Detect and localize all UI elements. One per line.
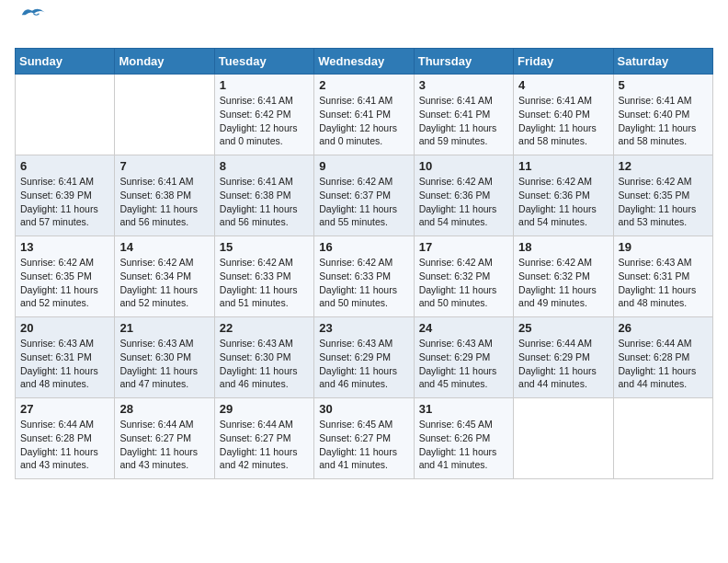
day-number: 15 (220, 240, 309, 254)
day-number: 8 (220, 159, 309, 173)
logo-bird-icon (18, 4, 46, 22)
day-number: 7 (119, 159, 209, 173)
calendar-week-row: 6Sunrise: 6:41 AMSunset: 6:39 PMDaylight… (16, 155, 713, 236)
cell-content: Sunrise: 6:42 AMSunset: 6:36 PMDaylight:… (518, 175, 608, 229)
day-number: 25 (518, 321, 608, 335)
cell-content: Sunrise: 6:44 AMSunset: 6:29 PMDaylight:… (518, 337, 608, 391)
page-header (15, 15, 713, 37)
cell-content: Sunrise: 6:42 AMSunset: 6:33 PMDaylight:… (220, 256, 309, 310)
calendar-cell: 29Sunrise: 6:44 AMSunset: 6:27 PMDayligh… (214, 398, 313, 479)
calendar-cell: 26Sunrise: 6:44 AMSunset: 6:28 PMDayligh… (613, 317, 712, 398)
cell-content: Sunrise: 6:41 AMSunset: 6:42 PMDaylight:… (220, 94, 309, 148)
day-number: 17 (419, 240, 508, 254)
calendar-cell: 3Sunrise: 6:41 AMSunset: 6:41 PMDaylight… (414, 75, 513, 155)
calendar-cell: 24Sunrise: 6:43 AMSunset: 6:29 PMDayligh… (414, 317, 513, 398)
day-number: 30 (319, 402, 408, 416)
calendar-cell: 8Sunrise: 6:41 AMSunset: 6:38 PMDaylight… (214, 155, 313, 236)
cell-content: Sunrise: 6:42 AMSunset: 6:34 PMDaylight:… (119, 256, 209, 310)
day-number: 22 (220, 321, 309, 335)
cell-content: Sunrise: 6:45 AMSunset: 6:27 PMDaylight:… (319, 418, 408, 472)
calendar-cell: 15Sunrise: 6:42 AMSunset: 6:33 PMDayligh… (214, 236, 313, 317)
day-number: 23 (319, 321, 408, 335)
day-header-wednesday: Wednesday (314, 49, 414, 75)
day-number: 19 (619, 240, 708, 254)
calendar-cell: 31Sunrise: 6:45 AMSunset: 6:26 PMDayligh… (414, 398, 513, 479)
calendar-cell: 9Sunrise: 6:42 AMSunset: 6:37 PMDaylight… (314, 155, 414, 236)
day-number: 27 (20, 402, 109, 416)
cell-content: Sunrise: 6:42 AMSunset: 6:35 PMDaylight:… (20, 256, 109, 310)
day-number: 31 (419, 402, 508, 416)
day-number: 13 (20, 240, 109, 254)
day-number: 16 (319, 240, 408, 254)
calendar-cell: 2Sunrise: 6:41 AMSunset: 6:41 PMDaylight… (314, 75, 414, 155)
day-number: 28 (119, 402, 209, 416)
day-number: 18 (518, 240, 608, 254)
calendar-cell: 22Sunrise: 6:43 AMSunset: 6:30 PMDayligh… (214, 317, 313, 398)
calendar-cell: 19Sunrise: 6:43 AMSunset: 6:31 PMDayligh… (613, 236, 712, 317)
calendar-cell (613, 398, 712, 479)
day-header-friday: Friday (514, 49, 613, 75)
calendar-header-row: SundayMondayTuesdayWednesdayThursdayFrid… (16, 49, 713, 75)
calendar-cell: 7Sunrise: 6:41 AMSunset: 6:38 PMDaylight… (115, 155, 214, 236)
day-number: 4 (518, 78, 608, 92)
day-header-tuesday: Tuesday (214, 49, 313, 75)
calendar-week-row: 20Sunrise: 6:43 AMSunset: 6:31 PMDayligh… (16, 317, 713, 398)
cell-content: Sunrise: 6:43 AMSunset: 6:29 PMDaylight:… (319, 337, 408, 391)
cell-content: Sunrise: 6:42 AMSunset: 6:32 PMDaylight:… (419, 256, 508, 310)
cell-content: Sunrise: 6:42 AMSunset: 6:36 PMDaylight:… (419, 175, 508, 229)
cell-content: Sunrise: 6:43 AMSunset: 6:30 PMDaylight:… (119, 337, 209, 391)
cell-content: Sunrise: 6:41 AMSunset: 6:41 PMDaylight:… (419, 94, 508, 148)
calendar-cell: 11Sunrise: 6:42 AMSunset: 6:36 PMDayligh… (514, 155, 613, 236)
day-header-saturday: Saturday (613, 49, 712, 75)
day-number: 1 (220, 78, 309, 92)
day-number: 12 (619, 159, 708, 173)
cell-content: Sunrise: 6:44 AMSunset: 6:28 PMDaylight:… (619, 337, 708, 391)
cell-content: Sunrise: 6:44 AMSunset: 6:27 PMDaylight:… (220, 418, 309, 472)
day-number: 5 (619, 78, 708, 92)
calendar-cell (514, 398, 613, 479)
day-number: 26 (619, 321, 708, 335)
cell-content: Sunrise: 6:41 AMSunset: 6:41 PMDaylight:… (319, 94, 408, 148)
cell-content: Sunrise: 6:42 AMSunset: 6:33 PMDaylight:… (319, 256, 408, 310)
day-number: 2 (319, 78, 408, 92)
calendar-cell: 13Sunrise: 6:42 AMSunset: 6:35 PMDayligh… (16, 236, 115, 317)
day-number: 21 (119, 321, 209, 335)
calendar-cell (115, 75, 214, 155)
calendar-cell: 23Sunrise: 6:43 AMSunset: 6:29 PMDayligh… (314, 317, 414, 398)
day-number: 9 (319, 159, 408, 173)
calendar-cell: 18Sunrise: 6:42 AMSunset: 6:32 PMDayligh… (514, 236, 613, 317)
calendar-cell: 30Sunrise: 6:45 AMSunset: 6:27 PMDayligh… (314, 398, 414, 479)
calendar-cell: 20Sunrise: 6:43 AMSunset: 6:31 PMDayligh… (16, 317, 115, 398)
day-number: 20 (20, 321, 109, 335)
day-header-sunday: Sunday (16, 49, 115, 75)
calendar-cell (16, 75, 115, 155)
cell-content: Sunrise: 6:43 AMSunset: 6:29 PMDaylight:… (419, 337, 508, 391)
cell-content: Sunrise: 6:42 AMSunset: 6:37 PMDaylight:… (319, 175, 408, 229)
cell-content: Sunrise: 6:41 AMSunset: 6:40 PMDaylight:… (518, 94, 608, 148)
calendar-cell: 27Sunrise: 6:44 AMSunset: 6:28 PMDayligh… (16, 398, 115, 479)
calendar-cell: 10Sunrise: 6:42 AMSunset: 6:36 PMDayligh… (414, 155, 513, 236)
calendar-cell: 14Sunrise: 6:42 AMSunset: 6:34 PMDayligh… (115, 236, 214, 317)
cell-content: Sunrise: 6:44 AMSunset: 6:27 PMDaylight:… (119, 418, 209, 472)
calendar-week-row: 27Sunrise: 6:44 AMSunset: 6:28 PMDayligh… (16, 398, 713, 479)
day-number: 3 (419, 78, 508, 92)
calendar-cell: 21Sunrise: 6:43 AMSunset: 6:30 PMDayligh… (115, 317, 214, 398)
calendar-cell: 17Sunrise: 6:42 AMSunset: 6:32 PMDayligh… (414, 236, 513, 317)
day-number: 11 (518, 159, 608, 173)
cell-content: Sunrise: 6:42 AMSunset: 6:32 PMDaylight:… (518, 256, 608, 310)
calendar-week-row: 1Sunrise: 6:41 AMSunset: 6:42 PMDaylight… (16, 75, 713, 155)
cell-content: Sunrise: 6:41 AMSunset: 6:39 PMDaylight:… (20, 175, 109, 229)
calendar-table: SundayMondayTuesdayWednesdayThursdayFrid… (15, 48, 713, 479)
cell-content: Sunrise: 6:43 AMSunset: 6:31 PMDaylight:… (619, 256, 708, 310)
day-number: 24 (419, 321, 508, 335)
calendar-cell: 6Sunrise: 6:41 AMSunset: 6:39 PMDaylight… (16, 155, 115, 236)
day-header-thursday: Thursday (414, 49, 513, 75)
day-number: 29 (220, 402, 309, 416)
calendar-week-row: 13Sunrise: 6:42 AMSunset: 6:35 PMDayligh… (16, 236, 713, 317)
calendar-cell: 16Sunrise: 6:42 AMSunset: 6:33 PMDayligh… (314, 236, 414, 317)
day-header-monday: Monday (115, 49, 214, 75)
cell-content: Sunrise: 6:43 AMSunset: 6:30 PMDaylight:… (220, 337, 309, 391)
day-number: 6 (20, 159, 109, 173)
cell-content: Sunrise: 6:45 AMSunset: 6:26 PMDaylight:… (419, 418, 508, 472)
calendar-cell: 4Sunrise: 6:41 AMSunset: 6:40 PMDaylight… (514, 75, 613, 155)
